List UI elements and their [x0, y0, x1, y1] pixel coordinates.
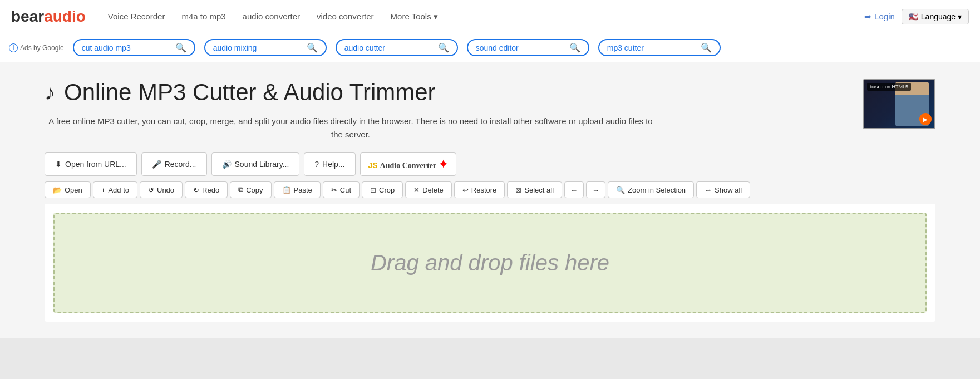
ad-search-5[interactable]: 🔍 [598, 39, 721, 56]
ad-search-2[interactable]: 🔍 [204, 39, 327, 56]
js-logo: JS Audio Converter ✦ [368, 161, 448, 170]
select-all-button[interactable]: ⊠ Select all [507, 181, 562, 198]
redo-icon: ↻ [193, 186, 199, 194]
ad-search-input-3[interactable] [344, 43, 434, 52]
main-content: ♪ Online MP3 Cutter & Audio Trimmer A fr… [0, 62, 980, 338]
nav-more-tools[interactable]: More Tools ▾ [391, 12, 438, 22]
zoom-icon: 🔍 [616, 186, 625, 194]
nav-m4a-to-mp3[interactable]: m4a to mp3 [181, 12, 225, 22]
arrow-right-button[interactable]: → [586, 181, 605, 198]
nav-right: ➡ Login 🇺🇸 Language ▾ [864, 9, 969, 24]
ads-label: i Ads by Google [9, 43, 64, 52]
record-button[interactable]: 🎤 Record... [141, 152, 207, 176]
undo-button[interactable]: ↺ Undo [140, 181, 183, 198]
dropzone[interactable]: Drag and drop files here [53, 213, 927, 313]
help-button[interactable]: ? Help... [304, 152, 355, 176]
arrow-right-icon: → [592, 186, 599, 194]
crop-icon: ⊡ [370, 186, 376, 194]
folder-icon: 📂 [53, 186, 62, 194]
restore-icon: ↩ [462, 186, 469, 194]
hero-section: ♪ Online MP3 Cutter & Audio Trimmer A fr… [45, 79, 935, 141]
nav-video-converter[interactable]: video converter [317, 12, 374, 22]
search-icon-3: 🔍 [438, 42, 449, 53]
add-to-button[interactable]: + Add to [93, 181, 137, 198]
show-all-icon: ↔ [705, 186, 712, 194]
restore-button[interactable]: ↩ Restore [454, 181, 505, 198]
nav-audio-converter[interactable]: audio converter [243, 12, 300, 22]
select-all-icon: ⊠ [515, 186, 521, 194]
search-icon-1: 🔍 [175, 42, 186, 53]
audio-converter-text: Audio Converter [380, 161, 437, 170]
ad-search-input-1[interactable] [82, 43, 171, 52]
dropzone-text: Drag and drop files here [371, 250, 609, 275]
login-icon: ➡ [864, 12, 871, 22]
nav-links: Voice Recorder m4a to mp3 audio converte… [108, 12, 864, 22]
download-icon: ⬇ [55, 160, 62, 169]
logo-bear: bear [11, 8, 44, 26]
music-note-icon: ♪ [45, 81, 55, 105]
nav-voice-recorder[interactable]: Voice Recorder [108, 12, 165, 22]
ad-search-3[interactable]: 🔍 [336, 39, 458, 56]
speaker-icon: 🔊 [222, 160, 232, 169]
search-icon-4: 🔍 [569, 42, 580, 53]
microphone-icon: 🎤 [152, 160, 161, 169]
ad-search-input-2[interactable] [213, 43, 302, 52]
hero-description: A free online MP3 cutter, you can cut, c… [45, 115, 657, 141]
ad-search-input-5[interactable] [607, 43, 696, 52]
star-badge: ✦ [439, 158, 448, 170]
js-converter-button[interactable]: JS Audio Converter ✦ [360, 152, 456, 176]
ad-search-input-4[interactable] [476, 43, 565, 52]
action-buttons-row: ⬇ Open from URL... 🎤 Record... 🔊 Sound L… [45, 152, 935, 176]
search-icon-2: 🔍 [307, 42, 318, 53]
paste-icon: 📋 [282, 186, 291, 194]
open-button[interactable]: 📂 Open [45, 181, 91, 198]
crop-button[interactable]: ⊡ Crop [362, 181, 403, 198]
delete-button[interactable]: ✕ Delete [405, 181, 452, 198]
open-url-button[interactable]: ⬇ Open from URL... [45, 152, 137, 176]
zoom-selection-button[interactable]: 🔍 Zoom in Selection [608, 181, 694, 198]
ad-search-4[interactable]: 🔍 [467, 39, 589, 56]
paste-button[interactable]: 📋 Paste [274, 181, 321, 198]
language-button[interactable]: 🇺🇸 Language ▾ [902, 9, 969, 24]
cut-icon: ✂ [331, 186, 337, 194]
main-nav: bear audio Voice Recorder m4a to mp3 aud… [0, 0, 980, 33]
cut-button[interactable]: ✂ Cut [323, 181, 360, 198]
copy-icon: ⧉ [238, 185, 243, 194]
arrow-left-button[interactable]: ← [564, 181, 584, 198]
search-icon-5: 🔍 [701, 42, 712, 53]
toolbar: 📂 Open + Add to ↺ Undo ↻ Redo ⧉ Copy 📋 P… [45, 181, 935, 198]
js-text: JS [368, 161, 378, 170]
ads-bar: i Ads by Google 🔍 🔍 🔍 🔍 🔍 [0, 33, 980, 62]
undo-icon: ↺ [148, 186, 154, 194]
ad-search-1[interactable]: 🔍 [73, 39, 195, 56]
redo-button[interactable]: ↻ Redo [185, 181, 228, 198]
video-play-icon[interactable]: ▶ [919, 113, 932, 125]
hero-title: ♪ Online MP3 Cutter & Audio Trimmer [45, 79, 852, 106]
help-icon: ? [314, 160, 319, 169]
hero-text: ♪ Online MP3 Cutter & Audio Trimmer A fr… [45, 79, 852, 141]
login-button[interactable]: ➡ Login [864, 12, 895, 22]
flag-icon: 🇺🇸 [909, 12, 918, 21]
ads-info-icon: i [9, 43, 18, 52]
arrow-left-icon: ← [570, 186, 578, 194]
delete-icon: ✕ [413, 186, 420, 194]
logo[interactable]: bear audio [11, 8, 86, 26]
video-label: based on HTML5 [867, 83, 911, 91]
dropzone-container: Drag and drop files here [45, 204, 935, 322]
logo-audio: audio [44, 8, 86, 26]
sound-library-button[interactable]: 🔊 Sound Library... [211, 152, 300, 176]
video-thumbnail[interactable]: based on HTML5 ▶ [863, 79, 935, 129]
copy-button[interactable]: ⧉ Copy [230, 181, 271, 198]
plus-icon: + [101, 186, 106, 194]
show-all-button[interactable]: ↔ Show all [696, 181, 750, 198]
